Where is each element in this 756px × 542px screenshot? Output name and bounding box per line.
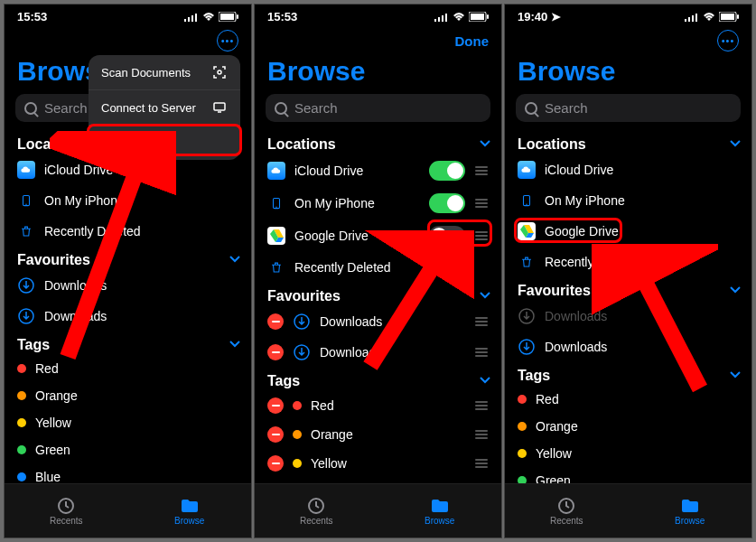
location-trash[interactable]: Recently Deleted bbox=[5, 216, 251, 247]
download-icon bbox=[293, 313, 311, 331]
tag-dot-icon bbox=[293, 401, 302, 410]
tag-item[interactable]: Red bbox=[505, 386, 751, 413]
remove-icon[interactable] bbox=[267, 344, 284, 360]
tags-header[interactable]: Tags bbox=[255, 368, 501, 391]
battery-icon bbox=[719, 12, 739, 22]
toggle-switch[interactable] bbox=[429, 193, 465, 213]
search-icon bbox=[24, 102, 37, 115]
content-scroll[interactable]: Locations iCloud Drive On My iPhone Goog… bbox=[505, 131, 751, 483]
page-title: Browse bbox=[255, 52, 501, 94]
location-trash[interactable]: Recently Deleted bbox=[255, 252, 501, 283]
svg-rect-19 bbox=[471, 14, 484, 20]
content-scroll[interactable]: Locations iCloud Drive On My iPhone Goog… bbox=[255, 131, 501, 483]
favourite-item[interactable]: Downloads bbox=[505, 301, 751, 332]
location-phone[interactable]: On My iPhone bbox=[255, 187, 501, 220]
menu-connect-server[interactable]: Connect to Server bbox=[89, 90, 240, 126]
done-button[interactable]: Done bbox=[455, 33, 490, 49]
favourites-header[interactable]: Favourites bbox=[255, 283, 501, 306]
download-icon bbox=[293, 343, 311, 361]
toggle-switch[interactable] bbox=[429, 226, 465, 246]
screenshot-panel-3: 19:40 ➤ ••• Browse Locations iCloud Driv… bbox=[504, 4, 752, 538]
favourite-item[interactable]: Downloads bbox=[255, 337, 501, 368]
signal-icon bbox=[685, 13, 699, 22]
tag-dot-icon bbox=[518, 449, 527, 458]
tab-browse[interactable]: Browse bbox=[128, 484, 252, 537]
favourite-item[interactable]: Downloads bbox=[5, 270, 251, 301]
reorder-handle[interactable] bbox=[474, 348, 489, 357]
location-trash[interactable]: Recently Deleted bbox=[505, 247, 751, 277]
tags-header[interactable]: Tags bbox=[505, 362, 751, 386]
clock-icon bbox=[56, 496, 76, 514]
remove-icon[interactable] bbox=[267, 426, 284, 443]
tag-item[interactable]: Orange bbox=[505, 413, 751, 440]
status-bar: 15:53 bbox=[5, 5, 251, 25]
toggle-switch[interactable] bbox=[429, 161, 465, 181]
more-button[interactable]: ••• bbox=[217, 30, 238, 51]
tag-item[interactable]: Yellow bbox=[255, 449, 501, 478]
reorder-handle[interactable] bbox=[474, 430, 489, 439]
tab-recents[interactable]: Recents bbox=[255, 484, 378, 537]
remove-icon[interactable] bbox=[267, 397, 284, 414]
favourites-header[interactable]: Favourites bbox=[505, 277, 751, 301]
tag-dot-icon bbox=[17, 445, 26, 454]
remove-icon[interactable] bbox=[267, 455, 284, 472]
tag-item[interactable]: Green bbox=[5, 436, 251, 463]
favourites-header[interactable]: Favourites bbox=[5, 247, 251, 270]
favourite-item[interactable]: Downloads bbox=[5, 301, 251, 332]
tag-item[interactable]: Orange bbox=[5, 382, 251, 409]
svg-rect-2 bbox=[191, 15, 193, 22]
svg-rect-20 bbox=[487, 14, 489, 19]
search-bar[interactable] bbox=[266, 94, 490, 122]
search-input[interactable] bbox=[545, 100, 732, 116]
svg-rect-5 bbox=[220, 14, 234, 20]
icloud-icon bbox=[17, 161, 35, 179]
tag-item[interactable]: Red bbox=[255, 391, 501, 420]
download-icon bbox=[518, 338, 536, 356]
reorder-handle[interactable] bbox=[474, 459, 489, 468]
phone-icon bbox=[17, 192, 35, 210]
tag-item[interactable]: Yellow bbox=[505, 440, 751, 467]
tag-item[interactable]: Orange bbox=[255, 420, 501, 449]
location-icloud[interactable]: iCloud Drive bbox=[255, 154, 501, 187]
trash-icon bbox=[267, 258, 285, 276]
favourite-item[interactable]: Downloads bbox=[505, 332, 751, 362]
tab-recents[interactable]: Recents bbox=[5, 484, 128, 537]
tag-item[interactable]: Green bbox=[505, 467, 751, 483]
locations-header[interactable]: Locations bbox=[255, 131, 501, 154]
search-bar[interactable] bbox=[516, 94, 741, 122]
reorder-handle[interactable] bbox=[474, 317, 489, 326]
tab-recents[interactable]: Recents bbox=[505, 484, 629, 537]
context-menu: Scan Documents Connect to Server Edit bbox=[89, 55, 240, 160]
svg-point-8 bbox=[25, 204, 26, 205]
status-time: 15:53 bbox=[17, 10, 47, 23]
tag-item[interactable]: Red bbox=[5, 355, 251, 382]
tag-item[interactable]: Blue bbox=[5, 463, 251, 483]
menu-edit[interactable]: Edit bbox=[89, 126, 240, 160]
content-scroll[interactable]: Locations iCloud Drive On My iPhone Rece… bbox=[5, 131, 251, 483]
reorder-handle[interactable] bbox=[474, 401, 489, 410]
location-phone[interactable]: On My iPhone bbox=[5, 185, 251, 216]
tags-header[interactable]: Tags bbox=[5, 332, 251, 355]
chevron-down-icon bbox=[480, 292, 489, 301]
reorder-handle[interactable] bbox=[474, 231, 489, 240]
location-icloud[interactable]: iCloud Drive bbox=[505, 154, 751, 185]
favourite-item[interactable]: Downloads bbox=[255, 306, 501, 337]
reorder-handle[interactable] bbox=[474, 166, 489, 175]
wifi-icon bbox=[202, 13, 215, 22]
remove-icon[interactable] bbox=[267, 313, 284, 330]
more-button[interactable]: ••• bbox=[717, 30, 739, 51]
location-arrow-icon: ➤ bbox=[551, 10, 561, 23]
tag-item[interactable]: Yellow bbox=[5, 409, 251, 436]
tab-browse[interactable]: Browse bbox=[378, 484, 502, 537]
locations-header[interactable]: Locations bbox=[505, 131, 751, 154]
search-input[interactable] bbox=[294, 100, 481, 116]
reorder-handle[interactable] bbox=[474, 199, 489, 208]
location-phone[interactable]: On My iPhone bbox=[505, 185, 751, 216]
tag-item[interactable]: Green bbox=[255, 478, 501, 483]
tab-browse[interactable]: Browse bbox=[629, 484, 752, 537]
location-gdrive[interactable]: Google Drive bbox=[255, 220, 501, 252]
svg-point-34 bbox=[526, 204, 527, 205]
menu-scan-documents[interactable]: Scan Documents bbox=[89, 55, 240, 90]
location-gdrive[interactable]: Google Drive bbox=[505, 216, 751, 247]
download-icon bbox=[17, 307, 35, 325]
